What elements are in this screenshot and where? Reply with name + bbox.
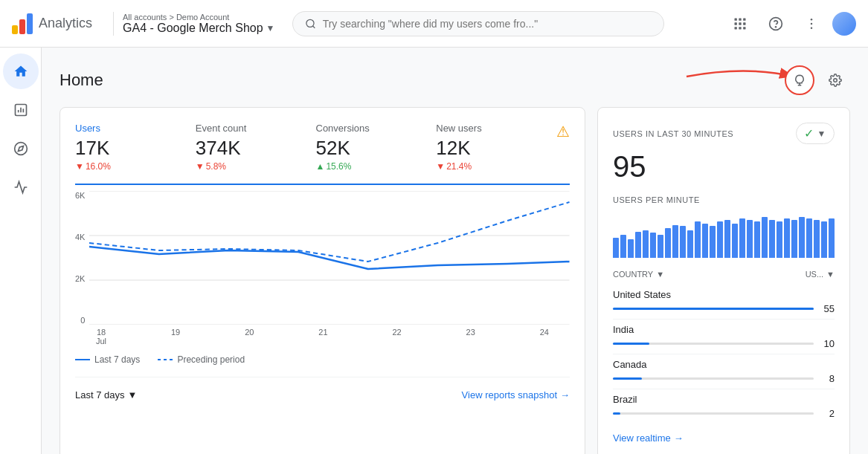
metric-event-value: 374K	[196, 137, 292, 160]
reports-icon	[13, 103, 28, 117]
country-column-header[interactable]: COUNTRY ▼	[613, 270, 664, 279]
analytics-wordmark: Analytics	[39, 16, 92, 31]
help-icon	[768, 16, 783, 31]
more-options-button[interactable]	[797, 9, 826, 39]
account-name-dropdown[interactable]: GA4 - Google Merch Shop ▼	[123, 22, 274, 35]
chart-x-19: 19	[171, 328, 180, 346]
chart-x-23: 23	[466, 328, 475, 346]
analytics-logo	[12, 13, 33, 34]
sidebar-item-reports[interactable]	[3, 92, 39, 128]
lightbulb-icon	[793, 74, 806, 87]
status-badge[interactable]: ✓ ▼	[796, 123, 835, 144]
bar	[680, 226, 686, 258]
country-table: United States 55 India 10 Canada	[613, 285, 835, 424]
bar	[695, 221, 701, 258]
customize-button[interactable]	[820, 65, 850, 95]
metric-conversions: Conversions 52K ▲15.6%	[316, 123, 413, 172]
apps-icon	[733, 16, 748, 31]
logo-area: Analytics	[12, 13, 92, 34]
card-footer: Last 7 days ▼ View reports snapshot →	[75, 377, 570, 401]
more-vertical-icon	[804, 16, 819, 31]
realtime-sublabel: USERS PER MINUTE	[613, 195, 835, 204]
metric-new-users-value: 12K	[436, 137, 533, 160]
country-row: Brazil 2	[613, 389, 835, 424]
sidebar	[0, 48, 42, 454]
lightbulb-button[interactable]	[785, 65, 814, 95]
date-range-label: Last 7 days	[75, 389, 125, 401]
country-row: India 10	[613, 320, 835, 354]
svg-point-14	[811, 22, 813, 25]
chart-x-21: 21	[318, 328, 327, 346]
metric-new-users-label: New users	[436, 123, 533, 134]
sidebar-item-advertising[interactable]	[3, 169, 39, 205]
svg-rect-3	[739, 18, 741, 20]
country-bar-fill	[613, 343, 649, 345]
bar	[791, 220, 797, 258]
metric-users-value: 17K	[75, 137, 172, 160]
metric-new-users-change: ▼21.4%	[436, 161, 533, 172]
page-header: Home	[60, 65, 850, 95]
country-bar-fill	[613, 412, 620, 415]
country-count: 10	[820, 338, 835, 349]
metric-column-header[interactable]: US... ▼	[806, 270, 835, 279]
bar	[650, 233, 656, 258]
country-table-header: COUNTRY ▼ US... ▼	[613, 270, 835, 279]
apps-button[interactable]	[725, 9, 755, 39]
help-button[interactable]	[761, 9, 791, 39]
logo-bar-yellow	[12, 25, 18, 34]
country-row: Canada 8	[613, 354, 835, 389]
warning-icon: ⚠	[556, 123, 570, 172]
search-bar[interactable]	[292, 11, 664, 36]
metrics-row: Users 17K ▼16.0% Event count 374K ▼5.8% …	[75, 123, 570, 185]
svg-rect-2	[735, 18, 737, 20]
user-avatar[interactable]	[832, 12, 856, 36]
search-input[interactable]	[323, 18, 652, 30]
account-area: All accounts > Demo Account GA4 - Google…	[123, 13, 274, 35]
country-count: 55	[820, 303, 835, 314]
chart-y-4k: 4K	[75, 233, 85, 241]
view-reports-snapshot-link[interactable]: View reports snapshot →	[462, 389, 570, 401]
home-icon	[13, 64, 28, 79]
bar	[643, 230, 649, 258]
svg-point-23	[834, 79, 838, 82]
top-nav: Analytics All accounts > Demo Account GA…	[0, 0, 868, 48]
country-name: United States	[613, 289, 835, 300]
bar	[814, 220, 820, 258]
view-realtime-link[interactable]: View realtime →	[613, 432, 835, 444]
sidebar-item-home[interactable]	[3, 53, 39, 89]
country-bar-track	[613, 412, 814, 415]
bar	[613, 238, 619, 258]
country-bar-row: 8	[613, 373, 835, 384]
bar	[635, 232, 641, 258]
chart-y-6k: 6K	[75, 191, 85, 200]
country-bar-fill	[613, 308, 814, 310]
logo-bar-red	[19, 19, 25, 34]
metric-event-change: ▼5.8%	[196, 161, 292, 172]
date-range-dropdown[interactable]: Last 7 days ▼	[75, 389, 137, 401]
bar	[672, 225, 678, 258]
account-dropdown-arrow: ▼	[266, 23, 275, 33]
bar	[687, 230, 693, 258]
bar	[769, 220, 775, 258]
svg-rect-4	[743, 18, 745, 20]
country-row: United States 55	[613, 285, 835, 320]
realtime-section-label: USERS IN LAST 30 MINUTES ✓ ▼	[613, 123, 835, 144]
realtime-count: 95	[613, 150, 835, 184]
realtime-arrow-right-icon: →	[674, 432, 684, 444]
bar	[665, 228, 671, 258]
svg-rect-6	[739, 22, 741, 25]
metric-conversions-label: Conversions	[316, 123, 413, 134]
svg-point-13	[811, 18, 813, 20]
legend-last-7-days: Last 7 days	[75, 354, 140, 365]
chart-x-20: 20	[245, 328, 254, 346]
sidebar-item-explore[interactable]	[3, 131, 39, 166]
bar	[739, 218, 745, 258]
svg-point-20	[14, 143, 27, 155]
country-bar-row: 2	[613, 408, 835, 419]
metric-users-change: ▼16.0%	[75, 161, 172, 172]
nav-actions	[725, 9, 856, 39]
header-actions	[785, 65, 850, 95]
realtime-footer: View realtime →	[613, 432, 835, 444]
chart-y-0: 0	[80, 316, 85, 325]
logo-bar-blue	[27, 13, 33, 34]
